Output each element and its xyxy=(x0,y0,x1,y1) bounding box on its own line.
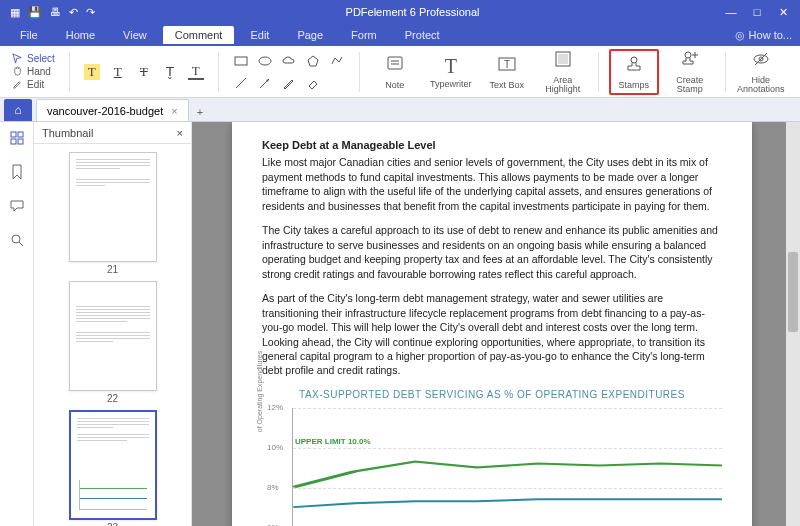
area-highlight-button[interactable]: Area Highlight xyxy=(538,49,588,95)
thumbnail-page-23[interactable]: 23 xyxy=(67,410,159,526)
thumbnail-page-21[interactable]: 21 xyxy=(67,152,159,275)
svg-text:T: T xyxy=(504,59,510,70)
highlight-text-tool[interactable]: T xyxy=(84,64,100,80)
hide-annotations-button[interactable]: Hide Annotations xyxy=(736,49,786,95)
menu-form[interactable]: Form xyxy=(339,26,389,44)
title-bar: ▦ 💾 🖶 ↶ ↷ PDFelement 6 Professional — □ … xyxy=(0,0,800,24)
line-shape[interactable] xyxy=(233,75,249,91)
strikethrough-text-tool[interactable]: T xyxy=(136,64,152,80)
svg-point-24 xyxy=(12,235,20,243)
svg-point-13 xyxy=(631,57,637,63)
thumbnail-page-number: 21 xyxy=(107,264,118,275)
app-icon: ▦ xyxy=(10,6,20,19)
vertical-scrollbar[interactable] xyxy=(786,122,800,526)
document-tab[interactable]: vancouver-2016-budget × xyxy=(36,99,189,121)
svg-marker-2 xyxy=(308,56,318,66)
menu-comment[interactable]: Comment xyxy=(163,26,235,44)
how-to-link[interactable]: ◎ How to... xyxy=(735,29,792,42)
squiggly-text-tool[interactable]: T xyxy=(188,64,204,80)
underline-text-tool[interactable]: T xyxy=(110,64,126,80)
close-tab-icon[interactable]: × xyxy=(171,105,177,117)
thumbnail-page-number: 22 xyxy=(107,393,118,404)
arrow-shape[interactable] xyxy=(257,75,273,91)
typewriter-icon: T xyxy=(445,55,457,78)
chart: 6%8%10%12%UPPER LIMIT 10.0%LOWER LIMIT 6… xyxy=(292,408,722,526)
app-title: PDFelement 6 Professional xyxy=(105,6,720,18)
stamps-button[interactable]: Stamps xyxy=(609,49,659,95)
side-toolbar xyxy=(0,122,34,526)
thumbnail-page-22[interactable]: 22 xyxy=(67,281,159,404)
thumbnail-page-number: 23 xyxy=(107,522,118,526)
caret-text-tool[interactable]: T̬ xyxy=(162,64,178,80)
menu-bar: File Home View Comment Edit Page Form Pr… xyxy=(0,24,800,46)
cloud-shape[interactable] xyxy=(281,53,297,69)
area-highlight-icon xyxy=(553,49,573,74)
print-icon[interactable]: 🖶 xyxy=(50,6,61,19)
chart-ylabel: of Operating Expenditures xyxy=(255,351,265,432)
annotations-panel-icon[interactable] xyxy=(7,196,27,216)
text-box-icon: T xyxy=(497,54,517,79)
add-tab-button[interactable]: + xyxy=(189,103,211,121)
svg-line-25 xyxy=(19,242,23,246)
connected-lines-shape[interactable] xyxy=(329,53,345,69)
svg-rect-6 xyxy=(388,57,402,69)
menu-view[interactable]: View xyxy=(111,26,159,44)
document-page: Keep Debt at a Manageable Level Like mos… xyxy=(232,122,752,526)
thumbnails-panel-icon[interactable] xyxy=(7,128,27,148)
rectangle-shape[interactable] xyxy=(233,53,249,69)
menu-edit[interactable]: Edit xyxy=(238,26,281,44)
close-thumbnail-panel-icon[interactable]: × xyxy=(177,127,183,139)
doc-paragraph: Like most major Canadian cities and seni… xyxy=(262,155,722,213)
doc-paragraph: The City takes a careful approach to its… xyxy=(262,223,722,281)
pencil-tool[interactable] xyxy=(281,75,297,91)
svg-rect-12 xyxy=(558,54,568,64)
hand-tool[interactable]: Hand xyxy=(12,66,55,77)
redo-icon[interactable]: ↷ xyxy=(86,6,95,19)
create-stamp-button[interactable]: Create Stamp xyxy=(665,49,715,95)
document-tab-label: vancouver-2016-budget xyxy=(47,105,163,117)
bookmarks-panel-icon[interactable] xyxy=(7,162,27,182)
svg-rect-20 xyxy=(11,132,16,137)
svg-line-3 xyxy=(236,78,246,88)
svg-point-14 xyxy=(685,52,691,58)
svg-rect-0 xyxy=(235,57,247,65)
undo-icon[interactable]: ↶ xyxy=(69,6,78,19)
text-box-button[interactable]: T Text Box xyxy=(482,49,532,95)
document-tab-strip: ⌂ vancouver-2016-budget × + xyxy=(0,98,800,122)
select-tool[interactable]: Select xyxy=(12,53,55,64)
svg-rect-23 xyxy=(18,139,23,144)
note-button[interactable]: Note xyxy=(370,49,420,95)
chart-title: TAX-SUPPORTED DEBT SERVICING AS % OF OPE… xyxy=(262,388,722,402)
edit-tool[interactable]: Edit xyxy=(12,79,55,90)
workspace: Thumbnail × 21 22 23 Keep Debt at a Mana… xyxy=(0,122,800,526)
svg-point-1 xyxy=(259,57,271,65)
oval-shape[interactable] xyxy=(257,53,273,69)
maximize-button[interactable]: □ xyxy=(746,6,768,19)
eraser-tool[interactable] xyxy=(305,75,321,91)
typewriter-button[interactable]: T Typewriter xyxy=(426,49,476,95)
close-window-button[interactable]: ✕ xyxy=(772,6,794,19)
doc-paragraph: As part of the City's long-term debt man… xyxy=(262,291,722,378)
menu-protect[interactable]: Protect xyxy=(393,26,452,44)
polygon-shape[interactable] xyxy=(305,53,321,69)
hide-annotations-icon xyxy=(751,49,771,74)
menu-page[interactable]: Page xyxy=(285,26,335,44)
menu-home[interactable]: Home xyxy=(54,26,107,44)
svg-rect-21 xyxy=(18,132,23,137)
thumbnail-panel: Thumbnail × 21 22 23 xyxy=(34,122,192,526)
search-panel-icon[interactable] xyxy=(7,230,27,250)
home-tab-icon[interactable]: ⌂ xyxy=(4,99,32,121)
stamp-icon xyxy=(624,54,644,79)
save-icon[interactable]: 💾 xyxy=(28,6,42,19)
chart-block: TAX-SUPPORTED DEBT SERVICING AS % OF OPE… xyxy=(262,388,722,526)
note-icon xyxy=(385,54,405,79)
location-icon: ◎ xyxy=(735,29,745,42)
document-area[interactable]: Keep Debt at a Manageable Level Like mos… xyxy=(192,122,800,526)
doc-heading: Keep Debt at a Manageable Level xyxy=(262,138,722,153)
minimize-button[interactable]: — xyxy=(720,6,742,19)
svg-rect-22 xyxy=(11,139,16,144)
thumbnail-panel-title: Thumbnail xyxy=(42,127,93,139)
menu-file[interactable]: File xyxy=(8,26,50,44)
ribbon-toolbar: Select Hand Edit T T T T̬ T Note xyxy=(0,46,800,98)
create-stamp-icon xyxy=(680,49,700,74)
